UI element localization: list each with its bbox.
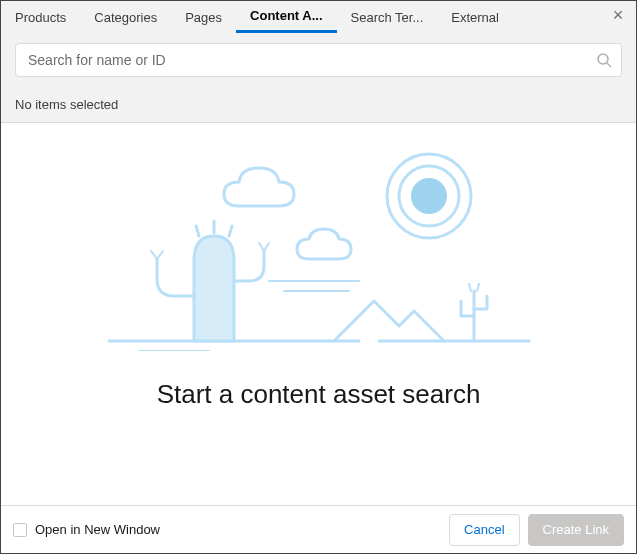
create-link-button[interactable]: Create Link xyxy=(528,514,624,546)
close-button[interactable]: × xyxy=(608,5,628,25)
empty-state: Start a content asset search xyxy=(1,123,636,505)
tab-products[interactable]: Products xyxy=(1,1,80,33)
checkbox-box xyxy=(13,523,27,537)
svg-point-0 xyxy=(598,54,608,64)
tab-search-terms[interactable]: Search Ter... xyxy=(337,1,438,33)
selection-status: No items selected xyxy=(1,91,636,122)
empty-state-heading: Start a content asset search xyxy=(157,379,481,410)
tabs-row: Products Categories Pages Content A... S… xyxy=(1,1,636,33)
svg-line-11 xyxy=(264,243,269,251)
svg-line-18 xyxy=(469,284,471,291)
svg-line-10 xyxy=(259,243,264,251)
svg-line-19 xyxy=(477,284,479,291)
tab-external[interactable]: External xyxy=(437,1,513,33)
link-picker-dialog: Products Categories Pages Content A... S… xyxy=(0,0,637,554)
search-input[interactable] xyxy=(15,43,622,77)
open-new-window-checkbox[interactable]: Open in New Window xyxy=(13,522,160,537)
dialog-footer: Open in New Window Cancel Create Link xyxy=(1,505,636,553)
svg-point-14 xyxy=(411,178,447,214)
svg-line-9 xyxy=(157,251,163,259)
search-wrap xyxy=(1,33,636,91)
search-icon xyxy=(596,52,612,68)
tab-categories[interactable]: Categories xyxy=(80,1,171,33)
tab-content-assets[interactable]: Content A... xyxy=(236,1,336,33)
cancel-button[interactable]: Cancel xyxy=(449,514,519,546)
checkbox-label: Open in New Window xyxy=(35,522,160,537)
svg-line-7 xyxy=(229,226,232,236)
svg-line-5 xyxy=(196,226,199,236)
desert-illustration xyxy=(99,141,539,351)
svg-line-8 xyxy=(151,251,157,259)
search-box xyxy=(15,43,622,77)
svg-line-1 xyxy=(607,63,611,67)
dialog-header: Products Categories Pages Content A... S… xyxy=(1,1,636,123)
tab-pages[interactable]: Pages xyxy=(171,1,236,33)
